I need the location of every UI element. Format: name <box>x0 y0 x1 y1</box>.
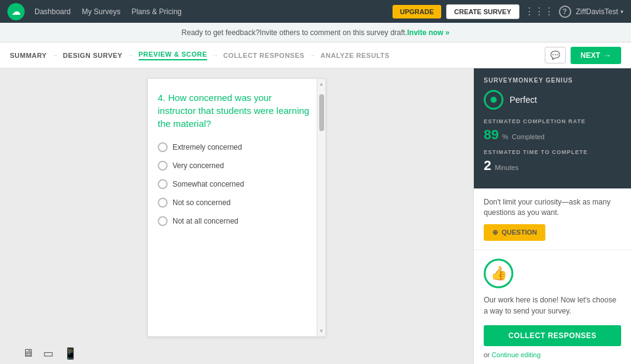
time-value: 2 <box>484 158 491 173</box>
step-design[interactable]: DESIGN SURVEY <box>63 52 123 59</box>
grid-icon[interactable]: ⋮⋮⋮ <box>524 6 554 17</box>
nav-my-surveys[interactable]: My Surveys <box>82 7 121 16</box>
time-label: ESTIMATED TIME TO COMPLETE <box>484 149 621 155</box>
option-5[interactable]: Not at all concerned <box>158 216 311 226</box>
tips-section: Don't limit your curiosity—ask as many q… <box>474 188 631 250</box>
desktop-icon[interactable]: 🖥 <box>20 344 36 363</box>
time-unit: Minutes <box>495 164 519 171</box>
next-label: NEXT <box>580 51 600 60</box>
time-stat: ESTIMATED TIME TO COMPLETE 2 Minutes <box>484 149 621 174</box>
genius-circle <box>484 90 503 110</box>
genius-circle-inner <box>491 97 497 103</box>
collect-alt-prefix: or <box>484 351 492 358</box>
radio-3 <box>158 179 168 189</box>
step-arrow-2: → <box>128 52 134 59</box>
user-menu[interactable]: ZiffDavisTest ▾ <box>576 7 624 16</box>
step-arrow-1: → <box>52 52 58 59</box>
radio-4 <box>158 198 168 208</box>
step-preview[interactable]: PREVIEW & SCORE <box>139 51 207 60</box>
collect-responses-button[interactable]: COLLECT RESPONSES <box>484 325 621 346</box>
nav-plans-pricing[interactable]: Plans & Pricing <box>131 7 181 16</box>
genius-perfect-label: Perfect <box>510 95 537 105</box>
step-nav-actions: 💬 NEXT → <box>545 47 621 64</box>
step-arrow-3: → <box>212 52 218 59</box>
create-survey-button[interactable]: CREATE SURVEY <box>446 4 519 19</box>
completion-rate-suffix: Completed <box>512 133 545 140</box>
paper-scrollbar[interactable]: ▲ ▼ <box>317 79 325 336</box>
option-4[interactable]: Not so concerned <box>158 198 311 208</box>
main-content: 4. How concerned was your instructor tha… <box>0 68 631 364</box>
comment-button[interactable]: 💬 <box>545 47 566 63</box>
question-button-label: QUESTION <box>502 229 537 236</box>
radio-2 <box>158 161 168 171</box>
question-body: How concerned was your instructor that s… <box>158 92 309 129</box>
question-text: 4. How concerned was your instructor tha… <box>158 91 311 130</box>
genius-title: SURVEYMONKEY GENIUS <box>484 77 621 84</box>
option-2[interactable]: Very concerned <box>158 161 311 171</box>
collect-description: Our work here is done! Now let's choose … <box>484 294 621 317</box>
comment-icon: 💬 <box>550 51 560 60</box>
scroll-down-arrow[interactable]: ▼ <box>317 326 326 336</box>
option-label-2: Very concerned <box>173 161 224 170</box>
step-arrow-4: → <box>309 52 316 59</box>
continue-editing-link[interactable]: Continue editing <box>492 351 541 358</box>
thumbs-up-icon: 👍 <box>484 259 513 288</box>
survey-paper: 4. How concerned was your instructor tha… <box>147 78 326 337</box>
option-label-5: Not at all concerned <box>173 217 238 225</box>
tips-text: Don't limit your curiosity—ask as many q… <box>484 197 621 218</box>
option-label-4: Not so concerned <box>173 198 230 207</box>
collect-section: 👍 Our work here is done! Now let's choos… <box>474 250 631 364</box>
add-question-button[interactable]: ⊕ QUESTION <box>484 224 545 241</box>
scroll-up-arrow[interactable]: ▲ <box>317 79 326 89</box>
feedback-text: Ready to get feedback? <box>182 28 260 37</box>
step-collect[interactable]: COLLECT RESPONSES <box>223 52 304 59</box>
feedback-bar: Ready to get feedback? Invite others to … <box>0 23 631 42</box>
tablet-icon[interactable]: ▭ <box>41 344 56 363</box>
feedback-subtext: Invite others to comment on this survey … <box>259 28 407 37</box>
scroll-thumb[interactable] <box>319 94 324 131</box>
mobile-icon[interactable]: 📱 <box>61 344 79 363</box>
upgrade-button[interactable]: UPGRADE <box>393 5 441 18</box>
user-menu-caret: ▾ <box>621 9 624 15</box>
radio-1 <box>158 142 168 152</box>
device-icons: 🖥 ▭ 📱 <box>10 344 79 363</box>
thumbs-symbol: 👍 <box>491 265 507 281</box>
next-arrow-icon: → <box>604 51 611 60</box>
collect-alt-text: or Continue editing <box>484 351 621 358</box>
nav-right: UPGRADE CREATE SURVEY ⋮⋮⋮ ? ZiffDavisTes… <box>393 4 624 19</box>
option-label-1: Extremely concerned <box>173 143 242 152</box>
logo-icon: ☁ <box>12 7 20 17</box>
survey-content: 4. How concerned was your instructor tha… <box>148 79 325 247</box>
invite-now-link[interactable]: Invite now » <box>407 28 450 37</box>
completion-rate-value: 89 <box>484 127 499 142</box>
help-icon[interactable]: ? <box>559 6 571 18</box>
completion-rate-stat: ESTIMATED COMPLETION RATE 89 % Completed <box>484 118 621 143</box>
step-analyze[interactable]: ANALYZE RESULTS <box>320 52 389 59</box>
step-summary[interactable]: SUMMARY <box>10 52 47 59</box>
option-3[interactable]: Somewhat concerned <box>158 179 311 189</box>
nav-dashboard[interactable]: Dashboard <box>35 7 71 16</box>
steps: SUMMARY → DESIGN SURVEY → PREVIEW & SCOR… <box>10 51 389 60</box>
step-navigation: SUMMARY → DESIGN SURVEY → PREVIEW & SCOR… <box>0 42 631 68</box>
right-panel: SURVEYMONKEY GENIUS Perfect ESTIMATED CO… <box>473 68 631 364</box>
genius-section: SURVEYMONKEY GENIUS Perfect ESTIMATED CO… <box>474 68 631 188</box>
survey-preview-area: 4. How concerned was your instructor tha… <box>0 68 473 364</box>
next-button[interactable]: NEXT → <box>571 47 621 64</box>
nav-links: Dashboard My Surveys Plans & Pricing <box>35 7 383 16</box>
option-1[interactable]: Extremely concerned <box>158 142 311 152</box>
option-label-3: Somewhat concerned <box>173 180 244 188</box>
genius-status: Perfect <box>484 90 621 110</box>
question-number: 4. <box>158 92 166 103</box>
radio-5 <box>158 216 168 226</box>
completion-rate-label: ESTIMATED COMPLETION RATE <box>484 118 621 124</box>
user-name: ZiffDavisTest <box>576 7 618 16</box>
question-button-icon: ⊕ <box>492 229 498 237</box>
logo[interactable]: ☁ <box>7 3 25 20</box>
completion-rate-unit: % <box>502 133 508 140</box>
top-navigation: ☁ Dashboard My Surveys Plans & Pricing U… <box>0 0 631 23</box>
